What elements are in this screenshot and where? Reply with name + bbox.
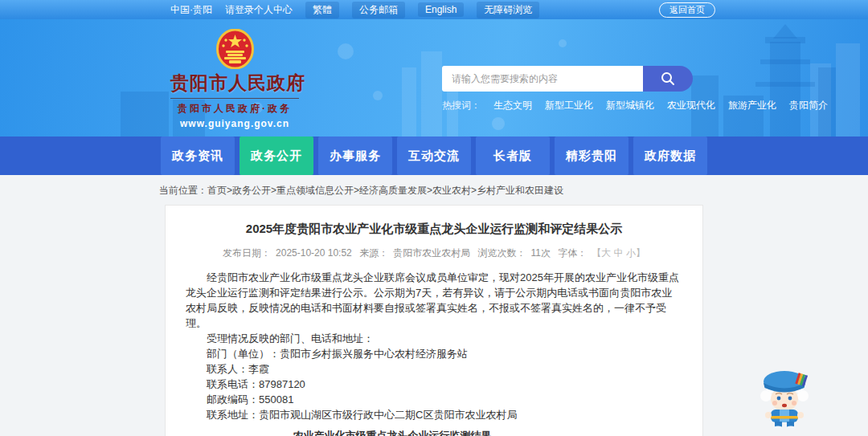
hot-search-row: 热搜词：生态文明新型工业化新型城镇化农业现代化旅游产业化贵阳简介 [442, 99, 699, 112]
nav-item-5[interactable]: 精彩贵阳 [555, 137, 628, 175]
topbar-region-link[interactable]: 中国·贵阳 [170, 3, 212, 17]
nav-item-1[interactable]: 政务公开 [240, 137, 313, 175]
views-count: 11次 [530, 247, 550, 259]
header-banner: 贵阳市人民政府 贵阳市人民政府·政务 www.guiyang.gov.cn 热搜… [0, 19, 868, 137]
topbar-login-link[interactable]: 请登录个人中心 [225, 3, 293, 17]
publish-date: 2025-10-20 10:52 [276, 247, 352, 259]
breadcrumb-label: 当前位置： [159, 185, 207, 196]
site-subtitle: 贵阳市人民政府·政务 [170, 98, 299, 116]
site-title: 贵阳市人民政府 [170, 71, 299, 96]
breadcrumb-path[interactable]: 首页>政务公开>重点领域信息公开>经济高质量发展>农业农村>乡村产业和农田建设 [207, 185, 563, 196]
article-paragraph-6: 联系地址：贵阳市观山湖区市级行政中心二期C区贵阳市农业农村局 [186, 407, 682, 422]
site-url: www.guiyang.gov.cn [170, 118, 299, 129]
hot-word-3[interactable]: 农业现代化 [667, 100, 715, 111]
search-input[interactable] [442, 66, 643, 92]
breadcrumb: 当前位置：首页>政务公开>重点领域信息公开>经济高质量发展>农业农村>乡村产业和… [153, 175, 715, 205]
topbar-links: 中国·贵阳 请登录个人中心 繁體 公务邮箱 English 无障碍浏览 [170, 2, 539, 18]
article-paragraph-3: 联系人：李霞 [186, 361, 682, 377]
nav-item-2[interactable]: 办事服务 [318, 137, 392, 175]
source: 贵阳市农业农村局 [393, 247, 470, 259]
mascot-icon [754, 365, 817, 430]
topbar-english-link[interactable]: English [418, 2, 464, 17]
article-paragraph-2: 部门（单位）：贵阳市乡村振兴服务中心农村经济服务站 [186, 346, 682, 361]
mascot[interactable] [754, 365, 817, 430]
article-body: 经贵阳市农业产业化市级重点龙头企业联席会议成员单位审定，现对2025年开展的农业… [186, 270, 682, 422]
hot-word-0[interactable]: 生态文明 [493, 100, 532, 111]
topbar-accessibility-link[interactable]: 无障碍浏览 [477, 2, 539, 18]
article-paragraph-4: 联系电话：87987120 [186, 377, 682, 392]
article-paragraph-5: 邮政编码：550081 [186, 392, 682, 407]
hot-word-1[interactable]: 新型工业化 [545, 100, 593, 111]
article-title: 2025年度贵阳市农业产业化市级重点龙头企业运行监测和评定结果公示 [186, 222, 682, 237]
search-area: 热搜词：生态文明新型工业化新型城镇化农业现代化旅游产业化贵阳简介 [442, 66, 699, 112]
topbar-mail-link[interactable]: 公务邮箱 [352, 2, 405, 18]
nav-item-6[interactable]: 政府数据 [633, 137, 707, 175]
nav-item-0[interactable]: 政务资讯 [161, 137, 235, 175]
main-nav: 政务资讯政务公开办事服务互动交流长者版精彩贵阳政府数据 [0, 137, 868, 175]
article-meta: 发布日期：2025-10-20 10:52 来源：贵阳市农业农村局 浏览次数：1… [186, 247, 682, 260]
topbar-traditional-link[interactable]: 繁體 [305, 2, 339, 18]
content-area: 当前位置：首页>政务公开>重点领域信息公开>经济高质量发展>农业农村>乡村产业和… [0, 175, 868, 436]
nav-item-3[interactable]: 互动交流 [397, 137, 471, 175]
nav-item-4[interactable]: 长者版 [476, 137, 550, 175]
topbar: 中国·贵阳 请登录个人中心 繁體 公务邮箱 English 无障碍浏览 返回首页 [0, 0, 868, 19]
font-size-label: 字体： [558, 247, 587, 259]
source-label: 来源： [359, 247, 388, 259]
search-button[interactable] [643, 66, 693, 92]
hot-word-5[interactable]: 贵阳简介 [789, 100, 828, 111]
views-label: 浏览次数： [477, 247, 526, 259]
hot-word-2[interactable]: 新型城镇化 [606, 100, 654, 111]
table-caption: 农业产业化市级重点龙头企业运行监测结果 [186, 429, 599, 436]
article-paragraph-0: 经贵阳市农业产业化市级重点龙头企业联席会议成员单位审定，现对2025年开展的农业… [186, 270, 682, 331]
site-brand[interactable]: 贵阳市人民政府 贵阳市人民政府·政务 www.guiyang.gov.cn [170, 29, 299, 129]
hot-search-label: 热搜词： [442, 100, 481, 111]
national-emblem-icon [216, 29, 254, 69]
return-home-button[interactable]: 返回首页 [659, 2, 715, 18]
page: 中国·贵阳 请登录个人中心 繁體 公务邮箱 English 无障碍浏览 返回首页 [0, 0, 868, 436]
article-panel: 2025年度贵阳市农业产业化市级重点龙头企业运行监测和评定结果公示 发布日期：2… [165, 205, 703, 436]
search-icon [660, 71, 676, 87]
article-paragraph-1: 受理情况反映的部门、电话和地址： [186, 331, 682, 346]
font-size-controls[interactable]: 【大 中 小】 [592, 247, 645, 259]
hot-word-4[interactable]: 旅游产业化 [728, 100, 776, 111]
publish-date-label: 发布日期： [223, 247, 271, 259]
